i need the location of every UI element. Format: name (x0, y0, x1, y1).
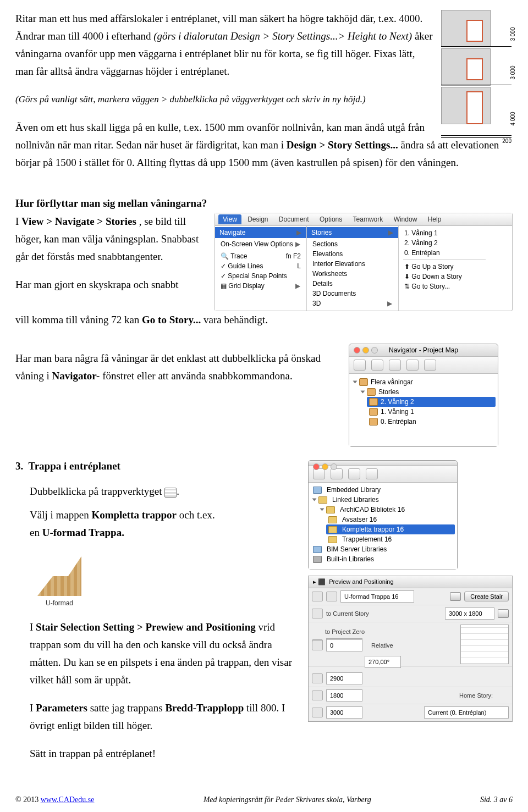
menu-onscreen-label: On-Screen View Options (221, 240, 293, 248)
submenu-stories[interactable]: Stories▶ (307, 227, 398, 238)
menu-guide[interactable]: ✓ Guide LinesL (219, 261, 302, 271)
lib-bim[interactable]: BIM Server Libraries (311, 544, 455, 554)
tree-root[interactable]: Flera våningar (351, 377, 496, 387)
stair-settings-panel: ▸ ⬛ Preview and Positioning U-formad Tra… (308, 576, 513, 722)
ss-mode-icon[interactable] (450, 592, 461, 601)
tree-story-2[interactable]: 2. Våning 2 (367, 397, 496, 407)
section-3-heading: 3. Trappa i entréplanet (15, 460, 299, 472)
submenu-elevations[interactable]: Elevations (311, 249, 394, 259)
menubar-design[interactable]: Design (243, 214, 272, 224)
lib-linked[interactable]: Linked Libraries (311, 495, 455, 505)
go-up-story[interactable]: ⬆ Go Up a Story (403, 262, 486, 272)
go-to-story[interactable]: ⇅ Go to Story... (403, 281, 486, 291)
sec2-p1b: View > Navigate > Stories (21, 216, 136, 227)
lib-embedded[interactable]: Embedded Library (311, 485, 455, 495)
ss-nav-prev[interactable] (312, 592, 323, 601)
ss-3000-input[interactable]: 3000 (326, 706, 362, 719)
lib-kompletta[interactable]: Kompletta trappor 16 (326, 524, 455, 534)
menu-snap[interactable]: ✓ Special Snap Points (219, 271, 302, 281)
lib-builtin[interactable]: Built-in Libraries (311, 554, 455, 564)
create-stair-button[interactable]: Create Stair (464, 592, 509, 601)
p1c-bold: Design > Story Settings... (287, 139, 398, 151)
sec3-title: Trappa i entréplanet (28, 460, 120, 472)
lib-trappelement[interactable]: Trappelement 16 (326, 534, 455, 544)
lib-min-icon[interactable] (322, 463, 328, 470)
lib-tool-2[interactable] (331, 468, 343, 479)
lib-close-icon[interactable] (313, 463, 320, 470)
section-2-heading: Hur förflyttar man sig mellan våningarna… (15, 197, 513, 209)
ss-1800-input[interactable]: 1800 (326, 689, 362, 701)
submenu-3d[interactable]: 3D▶ (311, 299, 394, 308)
stair-preview: U-formad (32, 552, 87, 608)
go-down-story[interactable]: ⬇ Go Down a Story (403, 272, 486, 281)
sec3-p4: I Stair Selection Setting > Prewiew and … (30, 618, 299, 689)
lib-zoom-icon[interactable] (331, 463, 337, 470)
ss-elev-icon (312, 609, 323, 618)
close-icon[interactable] (354, 347, 360, 353)
submenu-sections[interactable]: Sections (311, 239, 394, 249)
tree-root-label: Flera våningar (371, 378, 413, 386)
menubar-options[interactable]: Options (315, 214, 346, 224)
footer-copyright: © 2013 (15, 796, 41, 804)
ss-projzero-input[interactable]: 0 (326, 639, 362, 651)
lib-tool-3[interactable] (348, 468, 360, 479)
sec3-p4a: I (30, 621, 36, 633)
tree-story-0-label: 0. Entréplan (381, 418, 416, 426)
lib-trappelement-label: Trappelement 16 (342, 535, 392, 543)
ss-d-icon (312, 708, 323, 717)
lib-tool-4[interactable] (366, 468, 378, 479)
tree-stories[interactable]: Stories (359, 387, 496, 397)
lib-biblio[interactable]: ArchiCAD Bibliotek 16 (318, 505, 455, 515)
sec3-p2a: Välj i mappen (30, 509, 91, 521)
navigator-toolbar-btn-4[interactable] (406, 360, 419, 371)
ss-dropdown-icon[interactable] (498, 609, 509, 618)
library-titlebar (309, 461, 457, 466)
menu-navigate[interactable]: Navigate▶ (215, 227, 306, 238)
ss-home-story-select[interactable]: Current (0. Entréplan) (424, 706, 509, 719)
story-item-1[interactable]: 1. Våning 1 (403, 228, 486, 238)
submenu-3ddocs[interactable]: 3D Documents (311, 289, 394, 299)
ss-object-name[interactable]: U-formad Trappa 16 (340, 590, 414, 603)
ss-nav-next[interactable] (326, 592, 337, 601)
submenu-worksheets[interactable]: Worksheets (311, 269, 394, 279)
tree-story-0[interactable]: 0. Entréplan (367, 417, 496, 427)
ss-angle-input[interactable]: 270,00° (365, 656, 401, 668)
submenu-interior[interactable]: Interior Elevations (311, 259, 394, 269)
ss-relative-label: Relative (366, 642, 421, 649)
menubar-window[interactable]: Window (389, 214, 422, 224)
ss-2900-input[interactable]: 2900 (326, 672, 362, 684)
navigator-toolbar-btn-1[interactable] (354, 360, 366, 371)
elevation-dim-1: 4 000 (510, 112, 516, 126)
story-item-0[interactable]: 0. Entréplan (403, 248, 486, 258)
submenu-details[interactable]: Details (311, 279, 394, 289)
footer-mid: Med kopieringsrätt för Peder Skrivares s… (204, 796, 371, 804)
lib-embedded-label: Embedded Library (327, 486, 381, 494)
menu-grid[interactable]: ▦ Grid Display▶ (219, 281, 302, 291)
minimize-icon[interactable] (362, 347, 369, 353)
footer-link[interactable]: www.CADedu.se (41, 796, 95, 804)
go-up-label: Go Up a Story (411, 263, 453, 270)
menu-grid-label: Grid Display (228, 282, 264, 290)
menu-snap-label: Special Snap Points (228, 272, 287, 280)
menubar-view[interactable]: View (218, 214, 241, 224)
navigator-toolbar (349, 357, 498, 374)
menu-trace[interactable]: 🔍 Tracefn F2 (219, 251, 302, 261)
navigator-to匕ar-btn-2[interactable] (371, 360, 383, 371)
tree-story-1[interactable]: 1. Våning 1 (367, 407, 496, 417)
zoom-icon[interactable] (371, 347, 378, 353)
page-footer: © 2013 www.CADedu.se Med kopieringsrätt … (15, 796, 513, 804)
footer-page: Sid. 3 av 6 (480, 796, 513, 804)
menu-onscreen[interactable]: On-Screen View Options▶ (219, 239, 302, 249)
navigator-toolbar-btn-3[interactable] (389, 360, 401, 371)
menubar-teamwork[interactable]: Teamwork (349, 214, 388, 224)
navigator-toolbar-btn-5[interactable] (424, 360, 436, 371)
sec2-p3c: vara behändigt. (204, 314, 268, 325)
story-item-2[interactable]: 2. Våning 2 (403, 238, 486, 248)
menubar: View Design Document Options Teamwork Wi… (215, 213, 512, 226)
sec3-p1-text: Dubbelklicka på trappverktyget (30, 485, 164, 497)
lib-avsatser[interactable]: Avsatser 16 (326, 515, 455, 524)
menubar-document[interactable]: Document (274, 214, 314, 224)
menubar-help[interactable]: Help (424, 214, 446, 224)
sec2-p4b: Navigator- (52, 370, 100, 382)
lib-tool-1[interactable] (313, 468, 325, 479)
